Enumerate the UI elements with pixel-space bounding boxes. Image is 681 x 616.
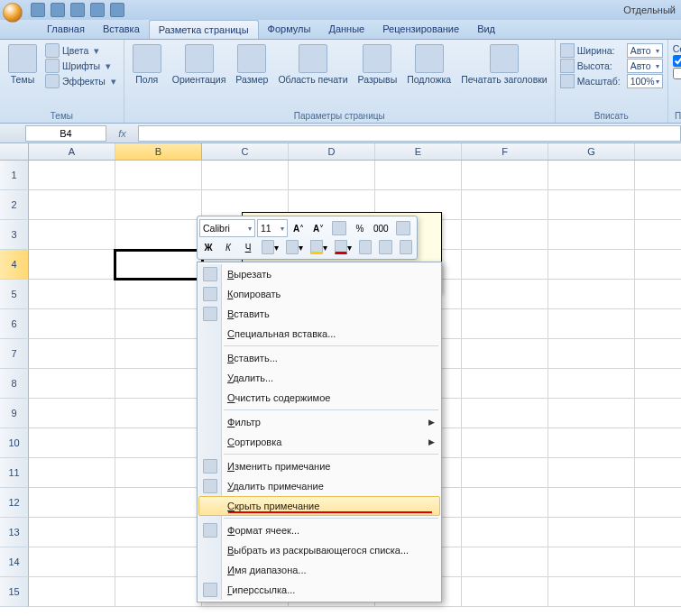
fill-color-button[interactable]: ▾ <box>308 238 330 256</box>
name-box[interactable]: B4 <box>25 125 106 142</box>
cell[interactable] <box>462 250 548 279</box>
cell[interactable] <box>115 161 202 189</box>
menu-item[interactable]: Вставить... <box>198 348 440 368</box>
menu-item[interactable]: Изменить примечание <box>198 456 440 476</box>
qat-undo-icon[interactable] <box>51 3 65 17</box>
menu-item[interactable]: Сортировка▶ <box>198 432 440 452</box>
cell[interactable] <box>289 161 375 189</box>
cell[interactable] <box>375 161 462 189</box>
height-control[interactable]: Высота:Авто▾ <box>560 59 663 73</box>
cell[interactable] <box>115 547 202 576</box>
fx-icon[interactable]: fx <box>106 128 138 139</box>
cell[interactable] <box>115 309 202 338</box>
percent-button[interactable]: % <box>351 219 369 237</box>
menu-item[interactable]: Фильтр▶ <box>198 412 440 432</box>
format-painter-button[interactable] <box>329 219 349 237</box>
italic-button[interactable]: К <box>219 238 237 256</box>
menu-item[interactable]: Гиперссылка... <box>198 580 440 600</box>
decrease-decimal-button[interactable] <box>397 238 415 256</box>
merge-button[interactable] <box>356 238 374 256</box>
cell[interactable] <box>462 428 548 457</box>
currency-button[interactable] <box>393 219 413 237</box>
row-header[interactable]: 9 <box>0 399 29 428</box>
row-header[interactable]: 4 <box>0 250 29 280</box>
row-header[interactable]: 13 <box>0 518 29 547</box>
cell[interactable] <box>462 369 548 398</box>
cell[interactable] <box>29 190 115 219</box>
bold-button[interactable]: Ж <box>199 238 217 256</box>
gridlines-view-checkbox[interactable] <box>673 55 681 67</box>
cell[interactable] <box>548 280 635 308</box>
fonts-button[interactable]: Шрифты▾ <box>45 59 119 73</box>
col-header[interactable]: B <box>115 143 202 160</box>
width-control[interactable]: Ширина:Авто▾ <box>560 43 663 58</box>
cell[interactable] <box>115 339 202 368</box>
cell[interactable] <box>462 518 548 547</box>
cell[interactable] <box>462 547 548 576</box>
cell[interactable] <box>548 428 635 457</box>
menu-item[interactable]: Копировать <box>198 284 440 304</box>
cell[interactable] <box>29 518 115 547</box>
row-header[interactable]: 14 <box>0 547 29 577</box>
cell[interactable] <box>462 488 548 517</box>
gridlines-print-check[interactable]: Печать <box>673 68 681 79</box>
row-header[interactable]: 5 <box>0 280 29 309</box>
office-button[interactable] <box>3 3 23 23</box>
cell[interactable] <box>548 547 635 576</box>
tab-home[interactable]: Главная <box>38 20 94 39</box>
tab-page-layout[interactable]: Разметка страницы <box>149 20 259 39</box>
cell[interactable] <box>462 220 548 249</box>
cell[interactable] <box>462 399 548 428</box>
qat-redo-icon[interactable] <box>70 3 85 17</box>
menu-item[interactable]: Специальная вставка... <box>198 324 440 344</box>
menu-item[interactable]: Выбрать из раскрывающегося списка... <box>198 540 440 560</box>
cell[interactable] <box>29 250 115 279</box>
menu-item[interactable]: Удалить... <box>198 368 440 388</box>
cell[interactable] <box>29 428 115 457</box>
background-button[interactable]: Подложка <box>404 42 454 87</box>
grow-font-button[interactable]: A˄ <box>290 219 308 237</box>
menu-item[interactable]: Вставить <box>198 304 440 324</box>
cell[interactable] <box>548 339 635 368</box>
menu-item[interactable]: Очистить содержимое <box>198 388 440 408</box>
tab-formulas[interactable]: Формулы <box>259 20 320 39</box>
cell[interactable] <box>29 369 115 398</box>
cell[interactable] <box>462 458 548 487</box>
cell[interactable] <box>29 280 115 308</box>
cell[interactable] <box>115 369 202 398</box>
cell[interactable] <box>115 518 202 547</box>
row-header[interactable]: 12 <box>0 488 29 518</box>
row-header[interactable]: 6 <box>0 309 29 339</box>
align-button[interactable]: ▾ <box>259 238 281 256</box>
cell[interactable] <box>462 280 548 308</box>
cell[interactable] <box>462 161 548 189</box>
tab-insert[interactable]: Вставка <box>94 20 149 39</box>
menu-item[interactable]: Вырезать <box>198 264 440 284</box>
cell[interactable] <box>548 399 635 428</box>
cell[interactable] <box>115 190 202 219</box>
font-color-button[interactable]: ▾ <box>332 238 354 256</box>
row-header[interactable]: 2 <box>0 190 29 220</box>
cell[interactable] <box>548 518 635 547</box>
orientation-button[interactable]: Ориентация <box>170 42 229 87</box>
cell[interactable] <box>462 309 548 338</box>
cell[interactable] <box>29 399 115 428</box>
shrink-font-button[interactable]: A˅ <box>309 219 327 237</box>
cell[interactable] <box>548 458 635 487</box>
cell[interactable] <box>29 309 115 338</box>
col-header[interactable]: G <box>548 143 635 160</box>
cell[interactable] <box>548 250 635 279</box>
row-header[interactable]: 10 <box>0 428 29 458</box>
menu-item[interactable]: Удалить примечание <box>198 476 440 496</box>
themes-button[interactable]: Темы <box>5 42 41 87</box>
comma-button[interactable]: 000 <box>371 219 391 237</box>
col-header[interactable]: F <box>462 143 548 160</box>
row-header[interactable]: 11 <box>0 458 29 488</box>
qat-more-icon[interactable] <box>110 3 124 17</box>
row-header[interactable]: 3 <box>0 220 29 250</box>
row-header[interactable]: 7 <box>0 339 29 369</box>
border-button[interactable]: ▾ <box>283 238 306 256</box>
row-header[interactable]: 1 <box>0 161 29 190</box>
effects-button[interactable]: Эффекты▾ <box>45 74 119 88</box>
increase-decimal-button[interactable] <box>376 238 394 256</box>
